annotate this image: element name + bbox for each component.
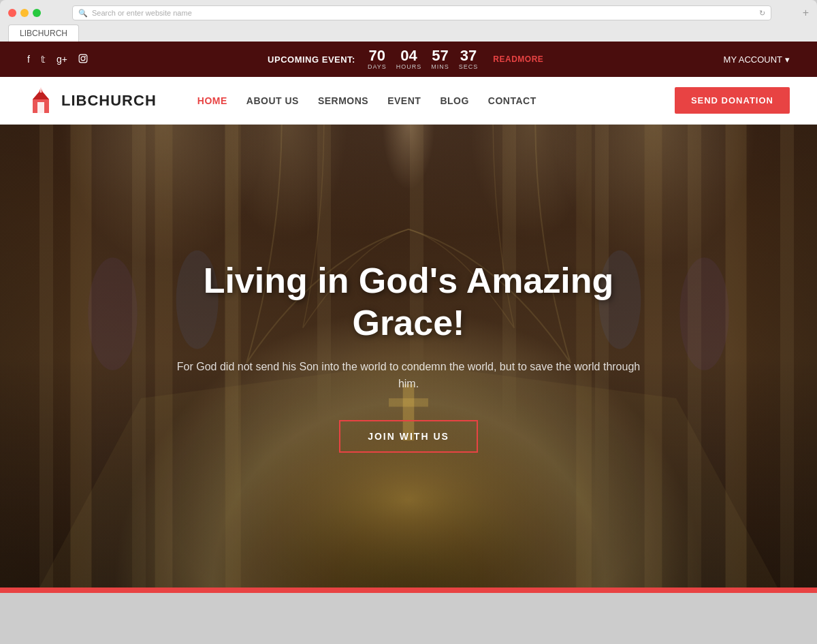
maximize-button[interactable] — [33, 9, 41, 17]
browser-chrome: 🔍 Search or enter website name ↻ + LIBCH… — [0, 0, 817, 42]
event-label: UPCOMING EVENT: — [268, 54, 355, 65]
days-label: DAYS — [368, 63, 387, 70]
navbar: LIBCHURCH HOME ABOUT US SERMONS EVENT BL… — [0, 77, 817, 125]
mins-number: 57 — [432, 48, 448, 63]
nav-home[interactable]: HOME — [197, 95, 227, 106]
svg-point-1 — [81, 57, 85, 61]
new-tab-button[interactable]: + — [803, 7, 809, 19]
close-button[interactable] — [8, 9, 16, 17]
hours-label: HOURS — [396, 63, 422, 70]
nav-about[interactable]: ABOUT US — [246, 95, 299, 106]
mins-label: MINS — [431, 63, 449, 70]
countdown-secs: 37 SECS — [459, 48, 479, 70]
website-container: f 𝕥 g+ UPCOMING EVENT: 70 DAYS 04 HOUR — [0, 42, 817, 593]
countdown-mins: 57 MINS — [431, 48, 449, 70]
secs-label: SECS — [459, 63, 479, 70]
days-number: 70 — [369, 48, 385, 63]
countdown-hours: 04 HOURS — [396, 48, 422, 70]
search-icon: 🔍 — [78, 9, 88, 18]
donate-button[interactable]: SEND DONATION — [675, 87, 790, 114]
readmore-button[interactable]: READMORE — [493, 54, 543, 64]
nav-blog[interactable]: BLOG — [440, 95, 468, 106]
hero-title: Living in God's Amazing Grace! — [157, 259, 660, 344]
church-logo-icon — [27, 87, 54, 114]
nav-contact[interactable]: CONTACT — [488, 95, 536, 106]
nav-event[interactable]: EVENT — [387, 95, 421, 106]
account-menu[interactable]: MY ACCOUNT ▾ — [724, 54, 790, 65]
refresh-icon[interactable]: ↻ — [759, 9, 765, 18]
join-button[interactable]: JOIN WITH US — [339, 420, 478, 453]
logo[interactable]: LIBCHURCH — [27, 87, 157, 114]
browser-titlebar: 🔍 Search or enter website name ↻ + — [8, 5, 809, 20]
secs-number: 37 — [460, 48, 477, 63]
countdown-section: UPCOMING EVENT: 70 DAYS 04 HOURS 57 MINS… — [268, 48, 543, 70]
address-text: Search or enter website name — [92, 9, 192, 17]
instagram-icon[interactable] — [78, 54, 88, 65]
hours-number: 04 — [400, 48, 417, 63]
hero-content: Living in God's Amazing Grace! For God d… — [102, 259, 715, 453]
svg-point-2 — [84, 55, 86, 57]
svg-rect-0 — [79, 54, 87, 63]
topbar: f 𝕥 g+ UPCOMING EVENT: 70 DAYS 04 HOUR — [0, 42, 817, 77]
hero-section: Living in God's Amazing Grace! For God d… — [0, 125, 817, 587]
googleplus-icon[interactable]: g+ — [57, 54, 67, 65]
nav-sermons[interactable]: SERMONS — [318, 95, 368, 106]
account-label: MY ACCOUNT — [724, 54, 782, 65]
facebook-icon[interactable]: f — [27, 54, 30, 65]
social-links: f 𝕥 g+ — [27, 54, 88, 65]
active-tab[interactable]: LIBCHURCH — [8, 25, 79, 42]
minimize-button[interactable] — [20, 9, 29, 17]
address-bar[interactable]: 🔍 Search or enter website name ↻ — [72, 5, 771, 20]
hero-subtitle: For God did not send his Son into the wo… — [170, 358, 647, 393]
countdown-days: 70 DAYS — [368, 48, 387, 70]
browser-tabs: LIBCHURCH — [8, 25, 809, 42]
svg-rect-5 — [37, 102, 44, 113]
logo-text: LIBCHURCH — [61, 92, 157, 110]
chevron-down-icon: ▾ — [785, 54, 790, 65]
bottom-accent-bar — [0, 587, 817, 593]
nav-links: HOME ABOUT US SERMONS EVENT BLOG CONTACT — [197, 95, 536, 106]
twitter-icon[interactable]: 𝕥 — [41, 54, 46, 65]
